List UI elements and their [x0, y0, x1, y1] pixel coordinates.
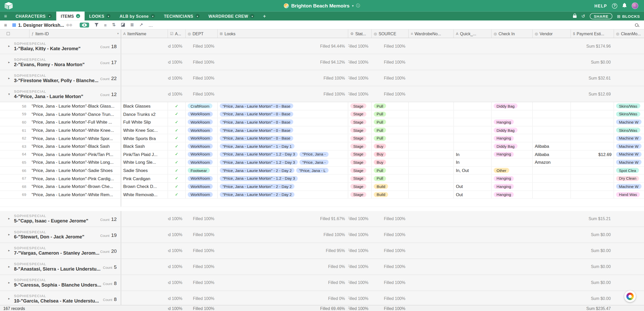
tab-alb-by-scene[interactable]: ALB by Scene▾	[115, 12, 159, 21]
cell-approve[interactable]: ✓	[168, 102, 186, 110]
cell-item-id[interactable]: "Price, Jana - Laurie Morton"-White Knee…	[30, 126, 121, 134]
cell-vendor[interactable]	[533, 167, 571, 174]
tab-menu-icon[interactable]: ▾	[106, 14, 111, 18]
cell-vendor[interactable]	[533, 126, 571, 134]
cell-quick[interactable]	[454, 126, 492, 134]
row-number[interactable]: 67	[0, 175, 30, 182]
cell-clean[interactable]: Skins/Was	[614, 102, 644, 110]
cell-item-id[interactable]: "Price, Jana - Laurie Morton"-White Rem.…	[30, 191, 121, 198]
cell-checkin[interactable]: Hanging	[492, 183, 532, 190]
group-header-row[interactable]: ▸SOPHIESPECIAL8-"Anastasi, Sierra - Laur…	[0, 259, 644, 275]
row-number[interactable]: 62	[0, 134, 30, 142]
column-header-dept[interactable]: ◎DEPT	[186, 30, 218, 38]
column-header-stat[interactable]: ⚙Stat...	[348, 30, 372, 38]
cell-item-name[interactable]: Sadie Shoes	[121, 167, 168, 174]
cell-item-id[interactable]: "Price, Jana - Laurie Morton"-Sadie Shoe…	[30, 167, 121, 174]
cell-item-name[interactable]: White Knee Soc...	[121, 126, 168, 134]
cell-vendor[interactable]: Amazon	[533, 159, 571, 166]
cell-vendor[interactable]	[533, 102, 571, 110]
group-toggle-icon[interactable]: ▸	[8, 281, 14, 284]
cell-payment[interactable]	[571, 102, 614, 110]
cell-dept[interactable]: WorkRoom	[186, 175, 218, 182]
row-number[interactable]: 68	[0, 183, 30, 190]
checkbox-checked-icon[interactable]: ✓	[175, 104, 178, 108]
row-number[interactable]: 65	[0, 159, 30, 166]
cell-dept[interactable]: WorkRoom	[186, 134, 218, 142]
notifications-icon[interactable]	[622, 3, 627, 8]
cell-wardrobe[interactable]	[409, 118, 454, 126]
share-view-button[interactable]: ↗	[139, 22, 143, 28]
cell-wardrobe[interactable]	[409, 191, 454, 198]
cell-checkin[interactable]: Diddy Bag	[492, 126, 532, 134]
cell-quick[interactable]	[454, 102, 492, 110]
cell-dept[interactable]: WorkRoom	[186, 126, 218, 134]
group-toggle-icon[interactable]: ▸	[8, 265, 14, 269]
cell-source[interactable]: Pull	[372, 126, 409, 134]
row-number[interactable]: 64	[0, 150, 30, 158]
column-header-wardrobe[interactable]: ≡WardrobeNo...	[409, 30, 454, 38]
hide-fields-button[interactable]	[80, 22, 89, 27]
cell-source[interactable]: Pull	[372, 134, 409, 142]
group-header-row[interactable]: ▸SOPHIESPECIAL7-"Vargas, Cameron - Stanl…	[0, 243, 644, 259]
cell-item-id[interactable]: "Price, Jana - Laurie Morton"-White Spor…	[30, 134, 121, 142]
cell-payment[interactable]	[571, 191, 614, 198]
airtable-logo[interactable]	[4, 2, 13, 10]
cell-looks[interactable]: "Price, Jana - Laurie Morton" - 0 - Base	[218, 118, 348, 126]
group-header-row[interactable]: ▸SOPHIESPECIAL2-"Evans, Romy - Nora Mort…	[0, 54, 644, 70]
cell-wardrobe[interactable]	[409, 150, 454, 158]
cell-payment[interactable]: $12.69	[571, 150, 614, 158]
cell-clean[interactable]: Spot Clea	[614, 167, 644, 174]
cell-wardrobe[interactable]	[409, 126, 454, 134]
cell-item-name[interactable]: Black Glasses	[121, 102, 168, 110]
select-all-checkbox[interactable]	[0, 30, 30, 38]
cell-dept[interactable]: WorkRoom	[186, 110, 218, 118]
checkbox-checked-icon[interactable]: ✓	[175, 192, 178, 197]
column-header-clean[interactable]: ◎CleanMo...	[614, 30, 644, 38]
group-toggle-icon[interactable]: ▸	[8, 297, 14, 300]
group-header-row[interactable]: ▸SOPHIESPECIAL5-"Capp, Isaac - Eugene Je…	[0, 211, 644, 227]
checkbox-checked-icon[interactable]: ✓	[175, 184, 178, 189]
cell-dept[interactable]: WorkRoom	[186, 183, 218, 190]
group-header-row[interactable]: ▸SOPHIESPECIAL10-"Garcia, Chelsea - Kate…	[0, 291, 644, 307]
cell-source[interactable]: Buy	[372, 142, 409, 150]
group-header-row[interactable]: ▸SOPHIESPECIAL1-"Balay, Kitty - Kate Jer…	[0, 38, 644, 54]
row-height-button[interactable]: ≣	[130, 22, 134, 28]
cell-checkin[interactable]: Hanging	[492, 191, 532, 198]
cell-stat[interactable]: Stage	[348, 167, 372, 174]
checkbox-checked-icon[interactable]: ✓	[175, 168, 178, 173]
cell-payment[interactable]	[571, 175, 614, 182]
history-icon[interactable]: ↺	[581, 13, 585, 19]
cell-stat[interactable]: Stage	[348, 118, 372, 126]
cell-clean[interactable]: Dry Clean	[614, 175, 644, 182]
cell-dept[interactable]: CraftRoom	[186, 102, 218, 110]
cell-looks[interactable]: "Price, Jana - Laurie Morton" - 0 - Base	[218, 102, 348, 110]
group-toggle-icon[interactable]: ▸	[8, 217, 14, 220]
cell-looks[interactable]: "Price, Jana - Laurie Morton" - 0 - Base	[218, 126, 348, 134]
cell-item-name[interactable]: Brown Check D...	[121, 183, 168, 190]
cell-item-id[interactable]: "Price, Jana - Laurie Morton"-Black Glas…	[30, 102, 121, 110]
chevron-down-icon[interactable]: ▾	[117, 32, 119, 35]
cell-checkin[interactable]: Hanging	[492, 118, 532, 126]
help-icon[interactable]: ?	[612, 3, 617, 8]
cell-wardrobe[interactable]	[409, 134, 454, 142]
cell-dept[interactable]: Footwear	[186, 167, 218, 174]
blocks-button[interactable]: ⊞BLOCKS	[617, 14, 640, 18]
base-title[interactable]: Brighton Beach Memoirs	[291, 3, 349, 8]
cell-item-name[interactable]: White Sports Bra	[121, 134, 168, 142]
cell-item-id[interactable]: "Price, Jana - Laurie Morton"-Black Sash	[30, 142, 121, 150]
extension-icon[interactable]	[624, 291, 636, 302]
cell-clean[interactable]: Machine W	[614, 118, 644, 126]
cell-quick[interactable]	[454, 134, 492, 142]
cell-item-name[interactable]: Full White Slip	[121, 118, 168, 126]
cell-approve[interactable]: ✓	[168, 167, 186, 174]
column-header-quick[interactable]: AQuick_...	[454, 30, 492, 38]
more-options-button[interactable]: …	[148, 22, 153, 27]
cell-item-name[interactable]: Pink/Tan Plaid J...	[121, 150, 168, 158]
view-switcher[interactable]: ▦ 1. Designer Worksh... ⊚⊚	[12, 22, 72, 28]
cell-item-id[interactable]: "Price, Jana - Laurie Morton"-Dance Trun…	[30, 110, 121, 118]
row-number[interactable]: 66	[0, 167, 30, 174]
row-number[interactable]: 58	[0, 102, 30, 110]
cell-source[interactable]: Pull	[372, 110, 409, 118]
cell-quick[interactable]: In	[454, 159, 492, 166]
column-header-item-name[interactable]: AItemName	[121, 30, 168, 38]
